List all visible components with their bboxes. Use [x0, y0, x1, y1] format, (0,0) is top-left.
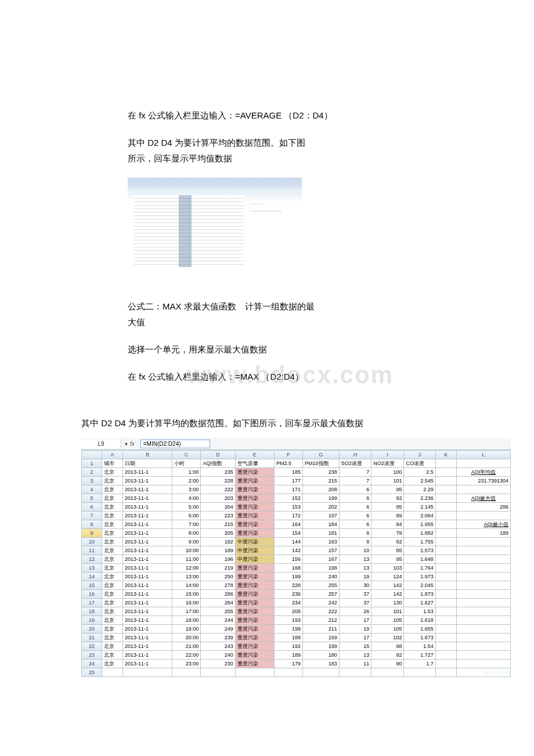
data-cell[interactable]: 11 [339, 660, 371, 668]
data-cell[interactable] [435, 468, 456, 477]
table-row[interactable]: 24北京2013-11-123:00230重度污染17918311901.7 [82, 660, 511, 668]
data-cell[interactable]: 北京 [102, 529, 122, 538]
col-header[interactable]: J [404, 451, 435, 459]
data-cell[interactable]: 6 [339, 520, 371, 529]
data-cell[interactable]: 2013-11-1 [123, 616, 172, 625]
row-header[interactable]: 14 [82, 573, 102, 581]
data-cell[interactable]: 100 [371, 468, 404, 477]
side-cell[interactable] [456, 633, 510, 642]
data-cell[interactable]: 30 [339, 581, 371, 590]
data-cell[interactable] [435, 564, 456, 573]
data-cell[interactable]: 16:00 [172, 599, 201, 607]
data-cell[interactable]: 2013-11-1 [123, 468, 172, 477]
col-header[interactable]: C [172, 451, 201, 459]
data-cell[interactable]: 142 [274, 546, 302, 555]
data-cell[interactable]: 2.545 [404, 477, 435, 485]
data-cell[interactable]: 2:00 [172, 477, 201, 485]
data-cell[interactable]: 211 [303, 625, 340, 633]
data-cell[interactable]: 180 [303, 651, 340, 660]
data-cell[interactable]: 北京 [102, 599, 122, 607]
data-cell[interactable]: 17 [339, 633, 371, 642]
data-cell[interactable]: 1.973 [404, 573, 435, 581]
data-cell[interactable]: 154 [274, 529, 302, 538]
row-header[interactable]: 9 [82, 529, 102, 538]
data-cell[interactable] [435, 573, 456, 581]
header-cell[interactable]: AQI指数 [201, 459, 235, 468]
data-cell[interactable]: 168 [274, 564, 302, 573]
data-cell[interactable]: 92 [371, 494, 404, 503]
data-cell[interactable] [172, 668, 201, 677]
data-cell[interactable]: 204 [201, 503, 235, 512]
data-cell[interactable] [435, 555, 456, 564]
data-cell[interactable]: 2013-11-1 [123, 512, 172, 520]
data-cell[interactable]: 152 [274, 494, 302, 503]
data-cell[interactable]: 171 [274, 485, 302, 494]
data-cell[interactable] [201, 668, 235, 677]
data-cell[interactable]: 6 [339, 503, 371, 512]
header-cell[interactable]: 城市 [102, 459, 122, 468]
data-cell[interactable]: 1.673 [404, 633, 435, 642]
col-header[interactable] [82, 451, 102, 459]
data-cell[interactable]: 2013-11-1 [123, 485, 172, 494]
row-header[interactable]: 8 [82, 520, 102, 529]
table-row[interactable]: 7北京2013-11-16:00223重度污染1721976892.064 [82, 512, 511, 520]
data-cell[interactable]: 142 [371, 590, 404, 599]
side-cell[interactable]: 189 [456, 529, 510, 538]
data-cell[interactable]: 181 [303, 529, 340, 538]
side-cell[interactable] [456, 651, 510, 660]
row-header[interactable]: 12 [82, 555, 102, 564]
data-cell[interactable]: 144 [274, 538, 302, 546]
data-cell[interactable]: 北京 [102, 494, 122, 503]
data-cell[interactable]: 重度污染 [235, 485, 274, 494]
side-cell[interactable] [456, 546, 510, 555]
dropdown-icon[interactable]: ▾ [125, 441, 128, 447]
data-cell[interactable]: 2013-11-1 [123, 555, 172, 564]
data-cell[interactable]: 203 [201, 494, 235, 503]
header-cell[interactable] [435, 459, 456, 468]
data-cell[interactable] [435, 529, 456, 538]
data-cell[interactable] [435, 546, 456, 555]
row-header[interactable]: 19 [82, 616, 102, 625]
data-cell[interactable] [435, 660, 456, 668]
data-cell[interactable]: 5:00 [172, 503, 201, 512]
data-cell[interactable]: 222 [201, 485, 235, 494]
data-cell[interactable]: 17 [339, 616, 371, 625]
data-cell[interactable]: 244 [201, 616, 235, 625]
row-header[interactable]: 23 [82, 651, 102, 660]
data-cell[interactable]: 北京 [102, 573, 122, 581]
data-cell[interactable] [435, 581, 456, 590]
table-row[interactable]: 21北京2013-11-120:00239重度污染188159171021.67… [82, 633, 511, 642]
data-cell[interactable]: 193 [274, 616, 302, 625]
table-row[interactable]: 18北京2013-11-117:00255重度污染205222261011.53 [82, 607, 511, 616]
data-cell[interactable] [435, 599, 456, 607]
data-cell[interactable]: 37 [339, 590, 371, 599]
side-cell[interactable]: 286 [456, 503, 510, 512]
data-cell[interactable]: 167 [303, 555, 340, 564]
data-cell[interactable]: 164 [274, 520, 302, 529]
data-cell[interactable]: 重度污染 [235, 599, 274, 607]
data-cell[interactable]: 1.873 [404, 590, 435, 599]
data-cell[interactable]: 238 [303, 468, 340, 477]
side-cell[interactable] [456, 616, 510, 625]
data-cell[interactable]: 8 [339, 538, 371, 546]
data-cell[interactable]: 重度污染 [235, 625, 274, 633]
data-cell[interactable]: 10:00 [172, 546, 201, 555]
data-cell[interactable]: 235 [201, 468, 235, 477]
side-cell[interactable] [456, 625, 510, 633]
table-row[interactable]: 3北京2013-11-12:00228重度污染17721571012.54523… [82, 477, 511, 485]
data-cell[interactable]: 208 [303, 485, 340, 494]
row-header[interactable]: 10 [82, 538, 102, 546]
data-cell[interactable]: 重度污染 [235, 468, 274, 477]
row-header[interactable]: 6 [82, 503, 102, 512]
data-cell[interactable]: 189 [274, 651, 302, 660]
row-header[interactable]: 22 [82, 642, 102, 651]
data-cell[interactable]: 重度污染 [235, 512, 274, 520]
data-cell[interactable]: 172 [274, 512, 302, 520]
data-cell[interactable]: 79 [371, 529, 404, 538]
data-cell[interactable]: 2013-11-1 [123, 494, 172, 503]
side-cell[interactable] [456, 581, 510, 590]
col-header[interactable]: G [303, 451, 340, 459]
data-cell[interactable]: 26 [339, 607, 371, 616]
row-header[interactable]: 24 [82, 660, 102, 668]
data-cell[interactable]: 18:00 [172, 616, 201, 625]
